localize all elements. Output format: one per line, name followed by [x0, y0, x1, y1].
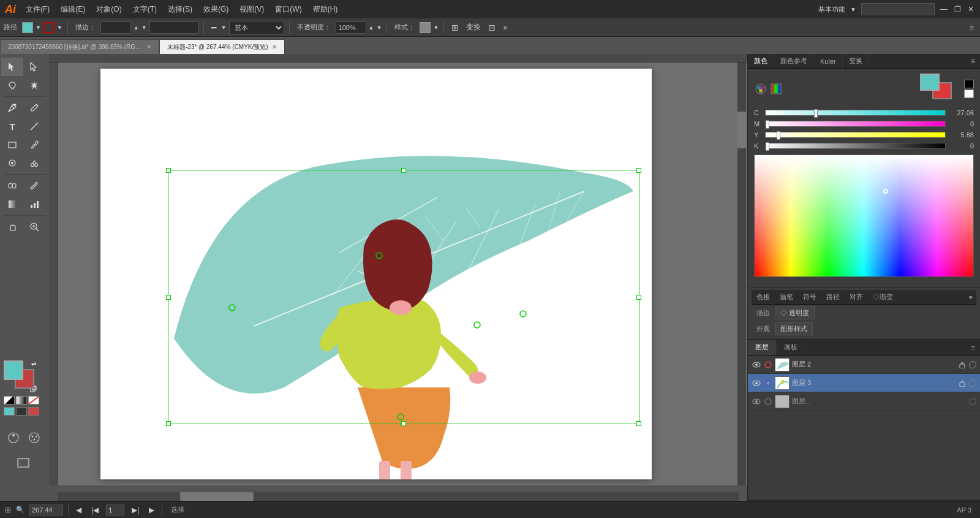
- tool-rect[interactable]: [1, 135, 23, 154]
- color-guide-tab[interactable]: 颜色参考: [774, 54, 814, 69]
- hscroll-thumb[interactable]: [180, 492, 254, 501]
- prev-page-button[interactable]: ◀: [74, 506, 84, 514]
- symbol-set-tool[interactable]: [24, 429, 44, 446]
- swap-colors-icon[interactable]: ⇄: [29, 359, 38, 368]
- brush-tab[interactable]: 描笔: [775, 292, 798, 302]
- tool-direct-select[interactable]: [23, 58, 45, 76]
- swatches-tab[interactable]: 色板: [752, 292, 775, 302]
- slider-c-thumb[interactable]: [814, 109, 818, 118]
- layer-item-3[interactable]: 图层 3: [748, 374, 980, 392]
- tool-paintbrush[interactable]: [23, 135, 45, 154]
- fg-swatch-panel[interactable]: [920, 74, 940, 91]
- opacity-input[interactable]: 100%: [336, 21, 366, 34]
- stroke-style-icon[interactable]: ━: [209, 23, 219, 32]
- stroke-down-icon[interactable]: ▼: [141, 25, 147, 31]
- layer-3-visibility[interactable]: [752, 378, 761, 388]
- artboards-tab[interactable]: 画板: [777, 340, 805, 355]
- artboard-tool[interactable]: [4, 455, 43, 471]
- tool-zoom[interactable]: [23, 218, 45, 236]
- minimize-button[interactable]: —: [940, 5, 948, 13]
- tab-1-close[interactable]: ✕: [146, 44, 151, 50]
- color-spectrum[interactable]: [754, 154, 974, 277]
- layer-more-target[interactable]: [764, 397, 772, 406]
- layers-tab[interactable]: 图层: [748, 340, 777, 355]
- layer-3-visible-right[interactable]: [969, 379, 976, 387]
- zoom-input[interactable]: 267.44: [29, 505, 63, 516]
- chip-dark[interactable]: [16, 407, 27, 416]
- cmyk-icon[interactable]: [754, 82, 767, 96]
- menu-view[interactable]: 视图(V): [237, 3, 266, 16]
- stroke-profile-select[interactable]: 基本: [229, 21, 284, 34]
- foreground-color-swatch[interactable]: [4, 360, 23, 380]
- layer-2-target[interactable]: [764, 360, 772, 369]
- slider-k-thumb[interactable]: [766, 142, 769, 151]
- tool-lasso[interactable]: [1, 76, 23, 94]
- opacity-up-icon[interactable]: ▲: [369, 25, 374, 31]
- vscroll-thumb[interactable]: [737, 112, 746, 148]
- hscroll[interactable]: [58, 492, 739, 501]
- stroke-style-dropdown[interactable]: ▼: [221, 25, 227, 31]
- layer-item-2[interactable]: 图层 2: [748, 356, 980, 374]
- menu-effect[interactable]: 效果(G): [201, 3, 231, 16]
- gradient-tab[interactable]: ◇渐变: [868, 292, 898, 302]
- symbol-tab[interactable]: 符号: [798, 292, 821, 302]
- tool-pencil[interactable]: [23, 99, 45, 117]
- style-swatch[interactable]: [420, 22, 431, 33]
- tool-eyedropper[interactable]: [23, 177, 45, 195]
- layer-2-lock[interactable]: [958, 360, 967, 369]
- chip-teal[interactable]: [4, 407, 15, 416]
- next-page-button[interactable]: ▶: [146, 506, 157, 514]
- layer-panel-menu[interactable]: ≡: [967, 344, 980, 351]
- tool-scissors[interactable]: [23, 154, 45, 172]
- slider-y-thumb[interactable]: [777, 131, 780, 140]
- align-icon[interactable]: ⊟: [486, 23, 498, 32]
- slider-m-track[interactable]: [765, 121, 946, 127]
- no-fill-icon[interactable]: [28, 396, 39, 405]
- black-swatch[interactable]: [964, 80, 974, 88]
- tab-2-close[interactable]: ✕: [272, 44, 277, 50]
- search-input[interactable]: [861, 3, 935, 15]
- tool-text[interactable]: T: [1, 117, 23, 135]
- layer-2-visibility[interactable]: [752, 360, 761, 370]
- vscroll[interactable]: [737, 63, 746, 486]
- tool-magic-wand[interactable]: [23, 76, 45, 94]
- layer-more-visible-right[interactable]: [969, 398, 976, 405]
- menu-edit[interactable]: 编辑(E): [58, 3, 88, 16]
- menu-text[interactable]: 文字(T): [130, 3, 159, 16]
- tool-gradient[interactable]: [1, 195, 23, 213]
- arrange-icon[interactable]: ⊞: [449, 23, 461, 32]
- first-page-button[interactable]: |◀: [89, 506, 101, 514]
- slider-y-track[interactable]: [765, 132, 946, 138]
- rgb-icon[interactable]: [769, 82, 783, 96]
- workspace-dropdown-icon[interactable]: ▼: [850, 6, 856, 13]
- align-tab[interactable]: 对齐: [845, 292, 868, 302]
- tab-2[interactable]: 未标题-23* @ 267.44% (CMYK/预览) ✕: [159, 39, 285, 54]
- menu-object[interactable]: 对象(O): [94, 3, 124, 16]
- color-panel-menu[interactable]: ≡: [966, 57, 980, 66]
- tool-blend[interactable]: [1, 177, 23, 195]
- maximize-button[interactable]: ❐: [953, 5, 962, 13]
- tool-select[interactable]: [1, 58, 23, 76]
- stroke-type-input[interactable]: [149, 21, 198, 34]
- transform-tab[interactable]: 变换: [843, 54, 869, 69]
- layer-more-visibility[interactable]: [752, 397, 761, 406]
- tab-1[interactable]: 2008730172458860 [转换].ai* @ 386.65% (RGB…: [0, 39, 159, 54]
- layer-2-visible-right[interactable]: [969, 361, 976, 368]
- stroke-up-icon[interactable]: ▲: [134, 25, 139, 31]
- tool-hand[interactable]: [1, 218, 23, 236]
- panel-options-icon[interactable]: ≡: [967, 23, 976, 32]
- layer-3-target[interactable]: [764, 379, 772, 387]
- menu-help[interactable]: 帮助(H): [311, 3, 341, 16]
- panel-options-menu[interactable]: ≡: [965, 294, 976, 301]
- tool-rotate[interactable]: [1, 154, 23, 172]
- tool-line[interactable]: [23, 117, 45, 135]
- layer-3-lock[interactable]: [958, 379, 967, 387]
- tool-graph[interactable]: [23, 195, 45, 213]
- stroke-value-input[interactable]: [100, 21, 131, 34]
- style-dropdown-icon[interactable]: ▼: [433, 25, 439, 31]
- transparency-option[interactable]: ◇ 透明度: [775, 307, 815, 319]
- more-icon[interactable]: »: [500, 23, 510, 32]
- last-page-button[interactable]: ▶|: [129, 506, 141, 514]
- kuler-tab[interactable]: Kuler: [814, 54, 843, 69]
- fill-swatch[interactable]: [22, 22, 33, 33]
